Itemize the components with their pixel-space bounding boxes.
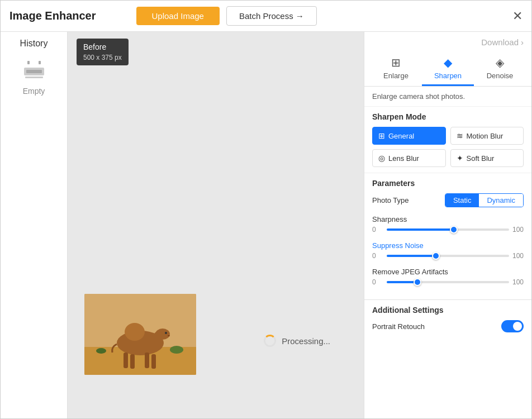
svg-point-8 [125, 323, 145, 341]
svg-rect-3 [39, 61, 41, 64]
canvas-area: Before 500 x 375 px [68, 32, 364, 419]
close-button[interactable]: ✕ [512, 10, 522, 22]
svg-rect-13 [145, 353, 149, 368]
sharpness-max: 100 [512, 226, 524, 234]
portrait-retouch-label: Portrait Retouch [372, 322, 425, 331]
svg-point-17 [170, 346, 183, 354]
mode-tabs: ⊞ Enlarge ◆ Sharpen ◈ Denoise [364, 50, 531, 87]
panel-top-bar: Download › [364, 32, 531, 50]
general-icon: ⊞ [378, 131, 385, 140]
svg-point-16 [168, 335, 170, 336]
jpeg-artifacts-thumb[interactable] [414, 278, 421, 286]
jpeg-artifacts-min: 0 [372, 278, 383, 286]
processing-text: Processing... [282, 336, 330, 346]
svg-rect-12 [130, 354, 135, 369]
tab-enlarge[interactable]: ⊞ Enlarge [370, 50, 422, 86]
tab-sharpen[interactable]: ◆ Sharpen [422, 50, 474, 86]
sharpen-mode-title: Sharpen Mode [372, 112, 524, 121]
lens-blur-icon: ◎ [378, 154, 385, 163]
mode-soft-blur-label: Soft Blur [467, 154, 495, 163]
photo-type-static[interactable]: Static [445, 194, 479, 207]
photo-type-dynamic[interactable]: Dynamic [479, 194, 523, 207]
motion-blur-icon: ≋ [457, 131, 463, 140]
source-image [84, 294, 196, 375]
enlarge-icon: ⊞ [391, 56, 401, 69]
download-chevron-icon: › [521, 37, 524, 47]
upload-button[interactable]: Upload Image [136, 7, 220, 25]
sidebar-empty-label: Empty [23, 87, 45, 96]
jpeg-artifacts-label: Remove JPEG Artifacts [372, 268, 524, 276]
history-label: History [20, 39, 48, 49]
suppress-noise-track[interactable] [387, 255, 509, 257]
description-text: Enlarge camera shot photos. [372, 92, 524, 101]
download-button[interactable]: Download › [481, 37, 524, 47]
suppress-noise-thumb[interactable] [432, 252, 440, 260]
sharpen-mode-section: Sharpen Mode ⊞ General ≋ Motion Blur ◎ L… [364, 107, 531, 173]
mode-motion-blur-label: Motion Blur [467, 132, 504, 140]
mode-grid: ⊞ General ≋ Motion Blur ◎ Lens Blur ✦ So… [372, 127, 524, 167]
sharpness-min: 0 [372, 226, 383, 234]
jpeg-artifacts-fill [387, 281, 417, 283]
download-label: Download [481, 37, 519, 47]
denoise-icon: ◈ [496, 56, 504, 69]
sharpness-label: Sharpness [372, 215, 524, 223]
photo-type-toggle: Static Dynamic [445, 193, 524, 207]
before-label: Before 500 x 375 px [77, 39, 129, 65]
mode-soft-blur-button[interactable]: ✦ Soft Blur [450, 149, 524, 167]
before-text: Before [83, 42, 122, 53]
scanner-icon [23, 60, 45, 82]
sharpness-track[interactable] [387, 228, 509, 231]
sharpen-icon: ◆ [444, 56, 452, 69]
tab-enlarge-label: Enlarge [383, 72, 408, 80]
suppress-noise-fill [387, 255, 436, 257]
app-title: Image Enhancer [10, 9, 96, 22]
svg-rect-10 [154, 332, 163, 344]
svg-rect-11 [124, 353, 128, 368]
sharpness-fill [387, 228, 454, 231]
loading-spinner [264, 335, 276, 347]
svg-point-18 [96, 348, 106, 354]
portrait-retouch-toggle[interactable] [501, 320, 524, 332]
mode-lens-blur-button[interactable]: ◎ Lens Blur [372, 149, 446, 167]
sharpness-slider-row: Sharpness 0 100 [372, 215, 524, 234]
tab-sharpen-label: Sharpen [434, 72, 462, 80]
main-layout: History Empty Before 500 x 375 px [1, 32, 531, 419]
photo-type-label: Photo Type [372, 196, 409, 204]
sidebar: History Empty [1, 32, 68, 419]
parameters-section: Parameters Photo Type Static Dynamic Sha… [364, 173, 531, 299]
tab-denoise-label: Denoise [487, 72, 514, 80]
additional-settings-section: Additional Settings Portrait Retouch [364, 299, 531, 338]
mode-general-button[interactable]: ⊞ General [372, 127, 446, 145]
processing-area: Processing... [264, 335, 330, 347]
svg-rect-1 [26, 70, 42, 73]
suppress-noise-slider-row: Suppress Noise 0 100 [372, 241, 524, 260]
additional-settings-title: Additional Settings [372, 306, 524, 315]
jpeg-artifacts-track[interactable] [387, 281, 509, 283]
svg-rect-4 [25, 77, 43, 78]
image-size: 500 x 375 px [83, 53, 122, 63]
mode-lens-blur-label: Lens Blur [388, 154, 419, 163]
suppress-noise-min: 0 [372, 252, 383, 260]
sharpness-thumb[interactable] [450, 226, 458, 234]
tab-denoise[interactable]: ◈ Denoise [474, 50, 526, 86]
jpeg-artifacts-container: 0 100 [372, 278, 524, 286]
suppress-noise-label: Suppress Noise [372, 241, 524, 250]
header: Image Enhancer Upload Image Batch Proces… [1, 1, 531, 32]
photo-type-row: Photo Type Static Dynamic [372, 193, 524, 207]
portrait-retouch-row: Portrait Retouch [372, 320, 524, 332]
soft-blur-icon: ✦ [457, 154, 463, 163]
right-panel: Download › ⊞ Enlarge ◆ Sharpen ◈ Denoise… [364, 32, 531, 419]
suppress-noise-max: 100 [512, 252, 524, 260]
mode-general-label: General [388, 132, 414, 140]
svg-rect-14 [151, 354, 156, 369]
suppress-noise-container: 0 100 [372, 252, 524, 260]
svg-rect-2 [27, 61, 30, 64]
sharpness-slider-container: 0 100 [372, 226, 524, 234]
svg-point-15 [165, 332, 167, 334]
batch-process-button[interactable]: Batch Process → [226, 6, 317, 26]
parameters-title: Parameters [372, 179, 524, 188]
mode-motion-blur-button[interactable]: ≋ Motion Blur [450, 127, 524, 145]
jpeg-artifacts-slider-row: Remove JPEG Artifacts 0 100 [372, 268, 524, 286]
description-section: Enlarge camera shot photos. [364, 87, 531, 107]
jpeg-artifacts-max: 100 [512, 278, 524, 286]
